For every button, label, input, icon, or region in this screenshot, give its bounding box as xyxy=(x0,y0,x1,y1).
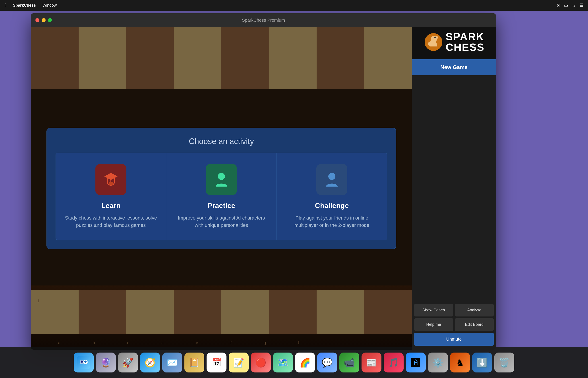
dock-item-maps[interactable]: 🗺️ xyxy=(273,352,293,372)
svg-point-9 xyxy=(81,361,83,363)
sidebar: SPARK CHESS New Game Show Coach Analyse … xyxy=(412,27,496,350)
app-menu-name[interactable]: SparkChess xyxy=(13,3,36,8)
dock-item-appstore[interactable]: 🅰 xyxy=(406,352,426,372)
mirroring-icon[interactable]: ▭ xyxy=(564,3,568,8)
dock: 🔮 🚀 🧭 ✉️ 📔 📅 📝 🔴 🗺️ 🌈 💬 📹 📰 🎵 🅰 ⚙️ xyxy=(0,347,588,378)
svg-point-1 xyxy=(218,173,225,180)
learn-icon xyxy=(96,164,126,195)
airplay-icon[interactable]: ⎘ xyxy=(557,3,560,8)
buttons-row-1: Show Coach Analyse xyxy=(414,304,494,316)
challenge-icon xyxy=(316,164,347,195)
finder-icon xyxy=(77,356,90,369)
unmute-button[interactable]: Unmute xyxy=(414,333,494,346)
minimize-button[interactable] xyxy=(42,18,46,22)
svg-point-10 xyxy=(84,361,87,363)
trash-icon: 🗑️ xyxy=(499,357,510,368)
challenge-card[interactable]: Challenge Play against your friends in o… xyxy=(277,153,387,240)
menubar-right-icons: ⎘ ▭ ⌕ ☰ xyxy=(557,3,584,8)
logo-container: SPARK CHESS xyxy=(424,31,484,53)
dock-item-download[interactable]: ⬇️ xyxy=(472,352,492,372)
dock-item-reminders[interactable]: 🔴 xyxy=(251,352,271,372)
svg-point-4 xyxy=(434,37,436,38)
svg-point-2 xyxy=(328,173,335,180)
buttons-row-2: Help me Edit Board xyxy=(414,318,494,331)
maximize-button[interactable] xyxy=(48,18,52,22)
dock-item-trash[interactable]: 🗑️ xyxy=(494,352,514,372)
download-icon: ⬇️ xyxy=(477,357,488,368)
main-content: Choose an activity xyxy=(31,27,412,350)
appstore-icon: 🅰 xyxy=(411,358,420,368)
dock-item-safari[interactable]: 🧭 xyxy=(140,352,160,372)
dayone-icon: 📔 xyxy=(189,357,200,368)
logo-chess: CHESS xyxy=(446,42,484,53)
dock-item-facetime[interactable]: 📹 xyxy=(339,352,359,372)
window-menu[interactable]: Window xyxy=(42,3,57,8)
dock-item-music[interactable]: 🎵 xyxy=(384,352,404,372)
dock-item-news[interactable]: 📰 xyxy=(362,352,382,372)
learn-desc: Study chess with interactive lessons, so… xyxy=(65,214,157,229)
choose-activity-modal: Choose an activity xyxy=(46,128,396,249)
siri-icon: 🔮 xyxy=(100,357,111,368)
logo-area: SPARK CHESS xyxy=(412,27,496,59)
dock-item-sparkchess[interactable]: ♞ xyxy=(450,352,470,372)
challenge-name: Challenge xyxy=(315,202,349,210)
practice-desc: Improve your skills against AI character… xyxy=(175,214,268,229)
activity-cards: Learn Study chess with interactive lesso… xyxy=(55,153,387,240)
app-window: SparkChess Premium xyxy=(31,13,496,350)
dock-item-messages[interactable]: 💬 xyxy=(317,352,337,372)
window-body: Choose an activity xyxy=(31,27,496,350)
music-icon: 🎵 xyxy=(388,357,399,368)
modal-overlay: Choose an activity xyxy=(31,27,412,350)
dock-item-launchpad[interactable]: 🚀 xyxy=(118,352,138,372)
dock-item-mail[interactable]: ✉️ xyxy=(162,352,182,372)
svg-rect-0 xyxy=(109,182,113,185)
notes-icon: 📝 xyxy=(233,357,244,368)
control-center-icon[interactable]: ☰ xyxy=(580,3,584,8)
practice-icon xyxy=(206,164,237,195)
new-game-button[interactable]: New Game xyxy=(412,59,496,75)
news-icon: 📰 xyxy=(366,357,377,368)
dock-item-siri[interactable]: 🔮 xyxy=(96,352,116,372)
dock-item-finder[interactable] xyxy=(74,352,94,372)
challenge-desc: Play against your friends in online mult… xyxy=(286,214,378,229)
close-button[interactable] xyxy=(35,18,40,22)
window-title: SparkChess Premium xyxy=(242,18,285,23)
logo-horse-icon xyxy=(424,32,443,52)
search-icon[interactable]: ⌕ xyxy=(573,3,575,8)
facetime-icon: 📹 xyxy=(344,357,355,368)
practice-name: Practice xyxy=(208,202,235,210)
dock-item-calendar[interactable]: 📅 xyxy=(206,352,226,372)
safari-icon: 🧭 xyxy=(145,357,156,368)
modal-title: Choose an activity xyxy=(55,137,387,146)
practice-card[interactable]: Practice Improve your skills against AI … xyxy=(166,153,277,240)
edit-board-button[interactable]: Edit Board xyxy=(455,318,494,331)
logo-spark: SPARK xyxy=(446,31,484,42)
learn-name: Learn xyxy=(101,202,121,210)
menubar:  SparkChess Window ⎘ ▭ ⌕ ☰ xyxy=(0,0,588,11)
logo-text: SPARK CHESS xyxy=(446,31,484,53)
help-me-button[interactable]: Help me xyxy=(414,318,453,331)
dock-item-dayone[interactable]: 📔 xyxy=(184,352,204,372)
messages-icon: 💬 xyxy=(322,357,333,368)
bottom-buttons: Show Coach Analyse Help me Edit Board Un… xyxy=(412,302,496,350)
chess-board-area: Choose an activity xyxy=(31,27,412,350)
sysprefs-icon: ⚙️ xyxy=(432,357,443,368)
photos-icon: 🌈 xyxy=(300,357,311,368)
dock-item-photos[interactable]: 🌈 xyxy=(295,352,315,372)
launchpad-icon: 🚀 xyxy=(123,357,134,368)
analyse-button[interactable]: Analyse xyxy=(455,304,494,316)
sidebar-spacer xyxy=(412,75,496,302)
traffic-lights xyxy=(35,18,52,22)
maps-icon: 🗺️ xyxy=(277,357,288,368)
titlebar: SparkChess Premium xyxy=(31,13,496,27)
learn-card[interactable]: Learn Study chess with interactive lesso… xyxy=(56,153,166,240)
calendar-icon: 📅 xyxy=(212,358,222,367)
mail-icon: ✉️ xyxy=(167,357,178,368)
show-coach-button[interactable]: Show Coach xyxy=(414,304,453,316)
apple-menu[interactable]:  xyxy=(4,2,6,8)
reminders-icon: 🔴 xyxy=(255,357,266,368)
dock-item-notes[interactable]: 📝 xyxy=(229,352,249,372)
sparkchess-dock-icon: ♞ xyxy=(456,357,464,368)
dock-item-sysprefs[interactable]: ⚙️ xyxy=(428,352,448,372)
